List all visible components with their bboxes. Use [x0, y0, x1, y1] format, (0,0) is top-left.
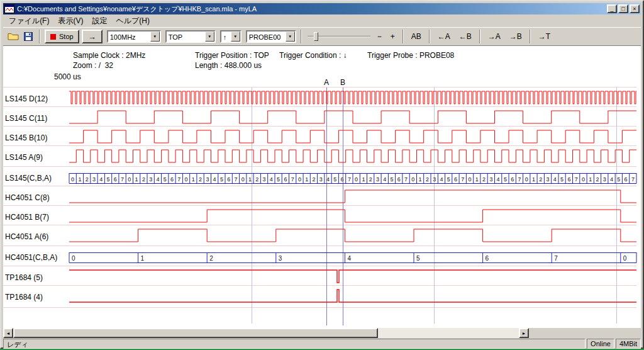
goto-trigger-button[interactable]: →T — [535, 30, 553, 43]
toolbar: Stop → 100MHz ▼ TOP ▼ ↑ ▼ PROBE00 ▼ − + … — [3, 27, 641, 46]
close-button[interactable]: × — [630, 4, 640, 13]
trigger-probe-value: PROBE00 — [247, 31, 286, 42]
toolbar-separator — [429, 30, 430, 43]
toolbar-separator — [402, 30, 404, 43]
goto-a-right-button[interactable]: →A — [485, 30, 504, 43]
chevron-down-icon[interactable]: ▼ — [231, 31, 240, 42]
app-icon — [4, 4, 14, 13]
toolbar-separator — [479, 30, 480, 43]
length-info: Length : 488.000 us — [195, 61, 262, 70]
chevron-down-icon[interactable]: ▼ — [205, 31, 214, 42]
menu-help[interactable]: ヘルプ(H) — [111, 14, 154, 28]
trigger-probe-info: Trigger Probe : PROBE08 — [367, 51, 454, 60]
goto-b-left-button[interactable]: ←B — [456, 30, 475, 43]
chevron-down-icon[interactable]: ▼ — [286, 31, 295, 42]
titlebar: C:¥Documents and Settings¥noname¥デスクトップ¥… — [3, 3, 641, 14]
sample-clock-value: 100MHz — [108, 31, 150, 42]
channel-label: HC4051 C(8) — [5, 193, 50, 202]
channel-label: HC4051 A(6) — [5, 232, 48, 241]
channel-label: LS145(C,B,A) — [5, 174, 52, 183]
ab-button[interactable]: AB — [408, 30, 425, 43]
channel-label: HC4051 B(7) — [5, 213, 49, 222]
goto-b-right-button[interactable]: →B — [506, 30, 525, 43]
run-button[interactable]: → — [82, 30, 103, 43]
channel-label: HC4051(C,B,A) — [5, 253, 57, 262]
trigger-position-select[interactable]: TOP ▼ — [165, 30, 216, 43]
waveform-panel — [3, 46, 641, 328]
zoom-in-button[interactable]: + — [387, 30, 398, 43]
stop-label: Stop — [59, 33, 74, 40]
scroll-right-button[interactable]: ► — [519, 328, 529, 338]
status-ready-text: レディ — [3, 339, 586, 349]
toolbar-separator — [301, 30, 302, 43]
trigger-probe-select[interactable]: PROBE00 ▼ — [246, 30, 296, 43]
zoom-out-button[interactable]: − — [374, 30, 385, 43]
scroll-left-button[interactable]: ◄ — [3, 328, 13, 338]
menu-settings[interactable]: 設定 — [87, 14, 111, 28]
scrollbar-track[interactable] — [13, 328, 519, 338]
time-division-label: 5000 us — [54, 72, 81, 81]
zoom-slider-thumb[interactable] — [314, 32, 318, 41]
menu-file[interactable]: ファイル(F) — [4, 14, 53, 28]
chevron-down-icon[interactable]: ▼ — [150, 31, 160, 42]
trigger-position-value: TOP — [167, 31, 205, 42]
channel-label: LS145 B(10) — [5, 133, 47, 142]
channel-label: LS145 D(12) — [5, 94, 48, 103]
channel-label: TP1684 (4) — [5, 293, 43, 302]
toolbar-separator — [530, 30, 531, 43]
sample-clock-select[interactable]: 100MHz ▼ — [107, 30, 161, 43]
zoom-info: Zoom : / 32 — [73, 61, 113, 70]
horizontal-scrollbar[interactable]: ◄ ► — [3, 328, 529, 338]
minimize-button[interactable]: _ — [607, 4, 617, 13]
trigger-edge-value: ↑ — [221, 31, 231, 42]
stop-icon — [50, 34, 56, 40]
scrollbar-thumb[interactable] — [13, 328, 378, 338]
maximize-button[interactable]: □ — [618, 4, 628, 13]
status-memory-badge: 4MBit — [616, 339, 641, 349]
status-online-badge: Online — [587, 339, 614, 349]
sample-clock-info: Sample Clock : 2MHz — [73, 51, 145, 60]
statusbar: レディ Online 4MBit — [3, 339, 641, 349]
trigger-edge-select[interactable]: ↑ ▼ — [220, 30, 242, 43]
menubar: ファイル(F) 表示(V) 設定 ヘルプ(H) — [3, 14, 641, 27]
channel-label: LS145 A(9) — [5, 153, 43, 162]
channel-label: TP1684 (5) — [5, 273, 43, 282]
goto-a-left-button[interactable]: ←A — [435, 30, 453, 43]
menu-view[interactable]: 表示(V) — [53, 14, 87, 28]
toolbar-separator — [39, 30, 40, 43]
trigger-position-info: Trigger Position : TOP — [195, 51, 269, 60]
trigger-condition-info: Trigger Condition : ↓ — [279, 51, 347, 60]
stop-button[interactable]: Stop — [45, 30, 79, 43]
channel-label: LS145 C(11) — [5, 114, 47, 123]
save-file-button[interactable] — [22, 31, 35, 42]
app-window: C:¥Documents and Settings¥noname¥デスクトップ¥… — [0, 0, 644, 349]
window-title: C:¥Documents and Settings¥noname¥デスクトップ¥… — [14, 4, 606, 14]
zoom-slider[interactable] — [306, 30, 372, 43]
open-file-button[interactable] — [7, 31, 19, 42]
